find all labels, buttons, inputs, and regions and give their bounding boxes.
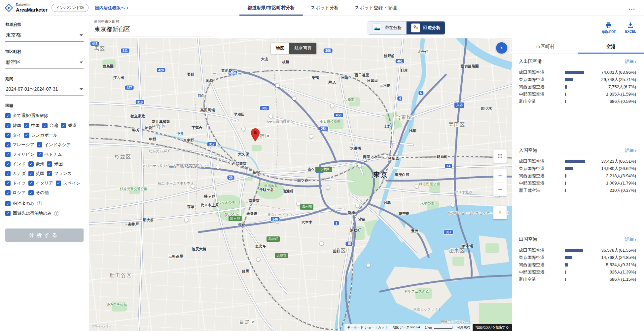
- nationality-checkbox[interactable]: ✓ 米国: [47, 161, 63, 167]
- airport-row: 東京国際空港 14,768人(24.85%): [519, 254, 636, 261]
- airport-value: 14,980人(26.62%): [601, 166, 636, 172]
- fullscreen-icon: [497, 153, 503, 159]
- panel-tab-city[interactable]: 市区町村: [512, 40, 578, 54]
- panel-collapse-button[interactable]: ›: [496, 42, 507, 54]
- terms-link[interactable]: 利用規約: [455, 324, 473, 331]
- checkbox-checked-icon: ✓: [61, 123, 66, 128]
- checkbox-checked-icon: ✓: [24, 133, 29, 138]
- airport-row: 関西国際空港 7,752人(6.7%): [519, 83, 636, 91]
- airport-row: 富山空港 686人(0.59%): [519, 98, 636, 105]
- caret-down-icon: [80, 62, 83, 63]
- mode-stay-button[interactable]: 滞在分析: [368, 21, 406, 34]
- nationality-checkbox[interactable]: ✓ 豪州: [28, 161, 44, 167]
- main-tabs: 都道府県/市区町村分析 スポット分析 スポット登録・管理: [239, 0, 405, 16]
- nationality-checkbox[interactable]: ✓ その他: [28, 190, 49, 196]
- nationality-checkbox[interactable]: ✓ フィリピン: [5, 151, 35, 157]
- brand-name-bottom: AreaMarketer: [16, 7, 48, 13]
- nationality-checkbox-group: ✓ 韓国 ✓ 中国 ✓ 台湾 ✓ 香港: [5, 123, 84, 199]
- nationality-checkbox[interactable]: ✓ ドイツ: [5, 180, 26, 186]
- caret-down-icon: [80, 88, 83, 90]
- section-entry-airports: 入国空港 詳細 › 成田国際空港: [519, 147, 636, 194]
- report-map-error-link[interactable]: 地図の誤りを報告する: [473, 324, 512, 331]
- nationality-checkbox[interactable]: ✓ インド: [5, 161, 26, 167]
- prefecture-select[interactable]: 東京都: [5, 31, 84, 42]
- nationality-checkbox[interactable]: ✓ フランス: [47, 171, 72, 177]
- mode-excursion-button[interactable]: 回遊分析: [406, 21, 445, 34]
- nationality-checkbox[interactable]: ✓ 英国: [28, 171, 44, 177]
- panel-tab-airport[interactable]: 空港: [578, 40, 644, 54]
- excursion-lodging-only-checkbox[interactable]: ✓ 回遊先は宿泊地のみ ?: [5, 210, 81, 216]
- nationality-checkbox[interactable]: ✓ スペイン: [56, 180, 81, 186]
- airport-value: 37,423人(66.51%): [601, 158, 636, 164]
- airport-name: 東京国際空港: [519, 255, 565, 261]
- checkbox-checked-icon: ✓: [37, 142, 42, 147]
- help-icon[interactable]: ?: [37, 201, 42, 206]
- select-all-checkbox[interactable]: ✓ 全て選択/選択解除: [5, 113, 48, 119]
- print-pdf-button[interactable]: 印刷/PDF: [602, 21, 616, 34]
- airport-name: 富山空港: [519, 276, 565, 282]
- selected-location-pin[interactable]: [251, 128, 260, 142]
- nationality-checkbox[interactable]: ✓ マレーシア: [5, 142, 34, 148]
- tab-spot-analysis[interactable]: スポット分析: [303, 0, 347, 16]
- nationality-checkbox[interactable]: ✓ 香港: [61, 123, 77, 129]
- pegman-icon: [497, 210, 503, 216]
- domestic-version-link[interactable]: 国内居住者版へ ›: [95, 5, 128, 11]
- detail-link[interactable]: 詳細 ›: [625, 147, 636, 153]
- chevron-right-icon: ›: [635, 59, 636, 64]
- airport-bar: [565, 278, 566, 281]
- nationality-checkbox[interactable]: ✓ イタリア: [28, 180, 53, 186]
- help-icon[interactable]: ?: [54, 211, 59, 216]
- overflow-menu-icon[interactable]: ...: [620, 5, 644, 11]
- analyze-button[interactable]: 分析する: [5, 228, 84, 242]
- airport-name: 成田国際空港: [519, 247, 565, 253]
- checkbox-checked-icon: ✓: [5, 142, 11, 147]
- airport-value: 5,534人(9.31%): [606, 262, 636, 268]
- brand-logo: Datawise AreaMarketer: [0, 3, 52, 13]
- nationality-checkbox[interactable]: ✓ タイ: [5, 132, 21, 138]
- nationality-label: 台湾: [50, 123, 58, 129]
- airport-name: 関西国際空港: [519, 84, 565, 90]
- nationality-checkbox[interactable]: ✓ 台湾: [42, 123, 58, 129]
- zoom-out-button[interactable]: −: [493, 183, 507, 196]
- nationality-checkbox[interactable]: ✓ 韓国: [5, 123, 21, 129]
- nationality-checkbox[interactable]: ✓ カナダ: [5, 171, 26, 177]
- pegman-button[interactable]: [493, 206, 507, 219]
- panel-tabs: 市区町村 空港: [512, 40, 644, 54]
- airport-value: 1,009人(1.79%): [606, 180, 636, 186]
- nationality-checkbox[interactable]: ✓ ロシア: [5, 190, 26, 196]
- nationality-label: フランス: [54, 171, 72, 177]
- section-title: 出国空港: [519, 236, 537, 242]
- zoom-in-button[interactable]: +: [493, 169, 507, 183]
- tab-spot-management[interactable]: スポット登録・管理: [347, 0, 405, 16]
- fullscreen-button[interactable]: [493, 149, 507, 163]
- stay-only-checkbox[interactable]: ✓ 宿泊者のみ ?: [5, 201, 81, 207]
- checkbox-checked-icon: ✓: [5, 211, 11, 216]
- city-field: 市区町村 新宿区: [5, 49, 84, 69]
- detail-link[interactable]: 詳細 ›: [625, 236, 636, 242]
- nationality-label: カナダ: [13, 171, 26, 177]
- airport-name: 東京国際空港: [519, 166, 565, 172]
- airport-name: 中部国際空港: [519, 269, 565, 275]
- nationality-checkbox[interactable]: ✓ ベトナム: [37, 151, 62, 157]
- filter-sidebar: 都道府県 東京都 市区町村 新宿区 期間 2024-07-01〜2024-07-…: [0, 16, 89, 331]
- section-entry-exit-airports: 入出国空港 詳細 › 成田国際空港: [519, 59, 636, 105]
- section-title: 入出国空港: [519, 59, 542, 64]
- tab-prefecture-city-analysis[interactable]: 都道府県/市区町村分析: [239, 0, 303, 16]
- map-canvas[interactable]: [89, 38, 512, 331]
- keyboard-shortcuts-link[interactable]: キーボード ショートカット: [344, 324, 390, 331]
- period-select[interactable]: 2024-07-01〜2024-07-31: [5, 86, 84, 96]
- airport-rows: 成田国際空港 74,001人(63.96%) 東京国際空港 29,748人(25…: [519, 69, 636, 105]
- nationality-checkbox[interactable]: ✓ シンガポール: [24, 132, 58, 138]
- nationality-checkbox[interactable]: ✓ インドネシア: [37, 142, 71, 148]
- airport-value: 686人(0.59%): [610, 99, 636, 104]
- excel-download-button[interactable]: EXCEL: [625, 21, 636, 34]
- detail-label: 詳細: [625, 59, 634, 64]
- section-title: 入国空港: [519, 147, 537, 153]
- nationality-checkbox[interactable]: ✓ 中国: [24, 123, 40, 129]
- detail-link[interactable]: 詳細 ›: [625, 59, 636, 64]
- airport-panel: 市区町村 空港 入出国空港 詳細 ›: [512, 38, 644, 331]
- city-select[interactable]: 新宿区: [5, 59, 84, 69]
- map-type-satellite-button[interactable]: 航空写真: [289, 43, 316, 54]
- map-type-map-button[interactable]: 地図: [271, 43, 289, 54]
- main-region: 選択中市区町村 東京都新宿区 滞在分析: [89, 16, 644, 331]
